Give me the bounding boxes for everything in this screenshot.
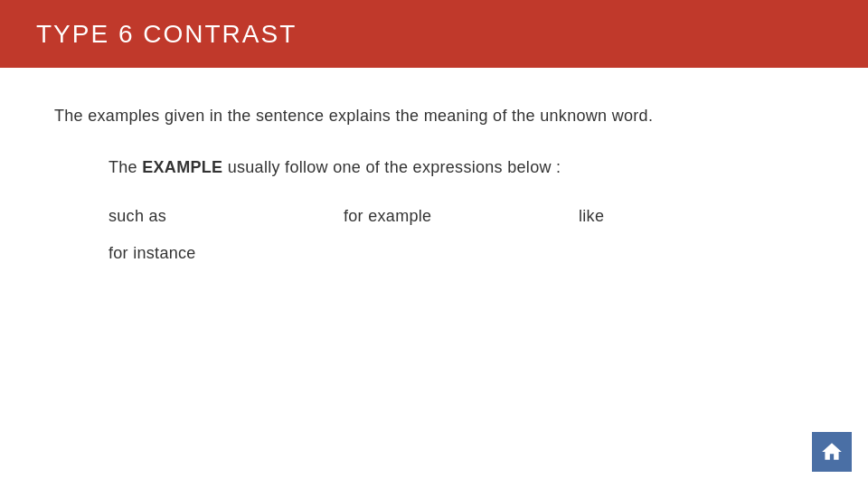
intro-text: The examples given in the sentence expla… — [54, 104, 814, 128]
slide: TYPE 6 CONTRAST The examples given in th… — [0, 0, 868, 488]
expression-such-as: such as — [108, 207, 344, 226]
expressions-row: such as for example like — [108, 207, 814, 226]
expression-like: like — [579, 207, 814, 226]
example-line: The EXAMPLE usually follow one of the ex… — [108, 155, 814, 180]
expression-for-example: for example — [344, 207, 579, 226]
example-bold-word: EXAMPLE — [142, 158, 222, 176]
header-bar: TYPE 6 CONTRAST — [0, 0, 868, 68]
home-icon — [820, 440, 844, 464]
home-button[interactable] — [812, 432, 852, 472]
content-area: The examples given in the sentence expla… — [0, 68, 868, 290]
example-prefix: The — [108, 158, 142, 176]
slide-title: TYPE 6 CONTRAST — [36, 20, 297, 49]
example-suffix: usually follow one of the expressions be… — [222, 158, 561, 176]
for-instance-text: for instance — [108, 244, 814, 263]
